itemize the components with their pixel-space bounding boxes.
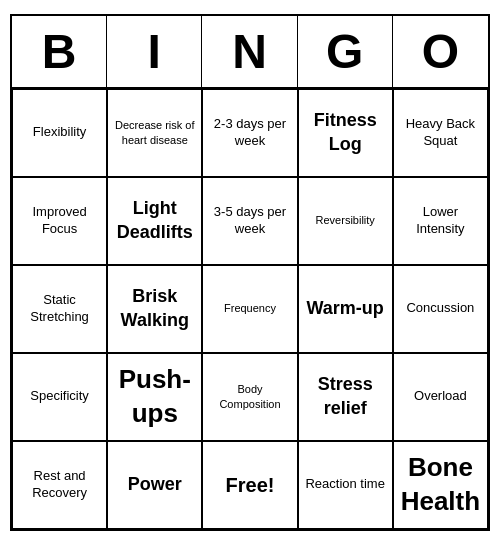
- bingo-cell-24: Bone Health: [393, 441, 488, 529]
- bingo-card: BINGO FlexibilityDecrease risk of heart …: [10, 14, 490, 531]
- bingo-cell-1: Decrease risk of heart disease: [107, 89, 202, 177]
- bingo-cell-21: Power: [107, 441, 202, 529]
- bingo-cell-4: Heavy Back Squat: [393, 89, 488, 177]
- bingo-cell-5: Improved Focus: [12, 177, 107, 265]
- bingo-letter-g: G: [298, 16, 393, 87]
- bingo-cell-22: Free!: [202, 441, 297, 529]
- bingo-cell-15: Specificity: [12, 353, 107, 441]
- bingo-cell-11: Brisk Walking: [107, 265, 202, 353]
- bingo-cell-19: Overload: [393, 353, 488, 441]
- bingo-cell-20: Rest and Recovery: [12, 441, 107, 529]
- bingo-cell-16: Push-ups: [107, 353, 202, 441]
- bingo-cell-8: Reversibility: [298, 177, 393, 265]
- bingo-letter-o: O: [393, 16, 488, 87]
- bingo-cell-9: Lower Intensity: [393, 177, 488, 265]
- bingo-header: BINGO: [12, 16, 488, 89]
- bingo-cell-0: Flexibility: [12, 89, 107, 177]
- bingo-cell-10: Static Stretching: [12, 265, 107, 353]
- bingo-grid: FlexibilityDecrease risk of heart diseas…: [12, 89, 488, 529]
- bingo-cell-14: Concussion: [393, 265, 488, 353]
- bingo-cell-13: Warm-up: [298, 265, 393, 353]
- bingo-cell-17: Body Composition: [202, 353, 297, 441]
- bingo-cell-23: Reaction time: [298, 441, 393, 529]
- bingo-letter-b: B: [12, 16, 107, 87]
- bingo-letter-i: I: [107, 16, 202, 87]
- bingo-cell-7: 3-5 days per week: [202, 177, 297, 265]
- bingo-cell-18: Stress relief: [298, 353, 393, 441]
- bingo-cell-12: Frequency: [202, 265, 297, 353]
- bingo-letter-n: N: [202, 16, 297, 87]
- bingo-cell-3: Fitness Log: [298, 89, 393, 177]
- bingo-cell-6: Light Deadlifts: [107, 177, 202, 265]
- bingo-cell-2: 2-3 days per week: [202, 89, 297, 177]
